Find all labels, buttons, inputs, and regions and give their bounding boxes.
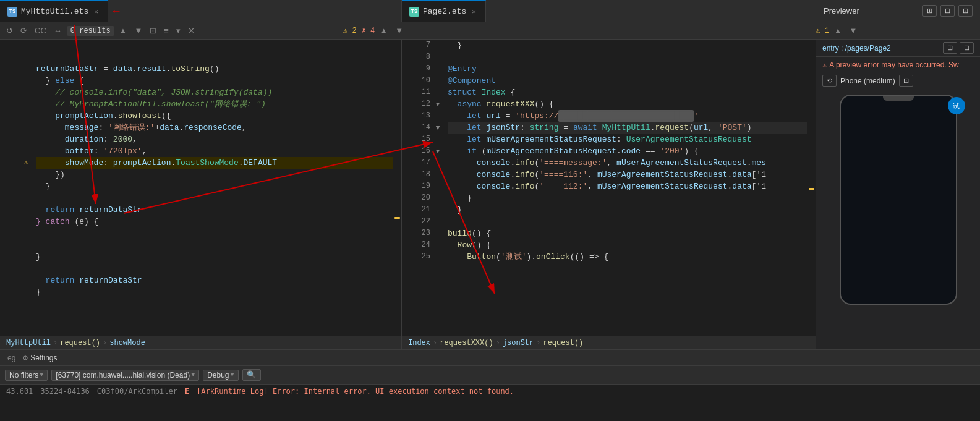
ts-icon: TS [7, 7, 17, 17]
code-content-left: returnDataStr = data.result.toString() }… [31, 40, 393, 336]
fg[interactable]: ▼ [433, 122, 443, 134]
line-num [0, 122, 31, 134]
code-line: console.info('====116:', mUserAgreementS… [448, 169, 807, 181]
code-line [448, 216, 807, 228]
filter-btn[interactable]: ▾ [174, 25, 183, 36]
prev-result[interactable]: ▲ [117, 25, 130, 36]
redo-btn[interactable]: ⟳ [18, 25, 30, 36]
debug-log-area: 43.601 35224-84136 C03f00/ArkCompiler E … [0, 385, 980, 421]
next-result[interactable]: ▼ [132, 25, 145, 36]
tab-page2[interactable]: TS Page2.ets ✕ [402, 0, 486, 22]
breadcrumb-sep: › [53, 339, 58, 347]
line-num [0, 274, 31, 286]
preview-error-msg: ⚠ A preview error may have occurred. Sw [816, 57, 980, 74]
undo-btn[interactable]: ↺ [4, 25, 15, 36]
entry-controls: ⊞ ⊟ [943, 42, 974, 54]
debug-console: No filters ▼ [63770] com.huawei.....hiai… [0, 365, 980, 421]
preview-btn-2[interactable]: ⊟ [940, 5, 955, 17]
right-prev[interactable]: ▲ [832, 25, 845, 36]
debug-log-entry: 43.601 35224-84136 C03f00/ArkCompiler E … [0, 385, 980, 398]
line-num [0, 216, 31, 228]
close-search[interactable]: ✕ [185, 25, 197, 36]
ln: 13 [402, 110, 430, 122]
line-num-warning: ⚠ [0, 157, 31, 169]
line-num [0, 75, 31, 87]
code-line: @Component [448, 75, 807, 87]
code-line [36, 239, 393, 251]
code-line: promptAction.showToast({ [36, 110, 393, 122]
code-line-warning: showMode: promptAction.ToastShowMode.DEF… [36, 157, 393, 169]
ln: 10 [402, 75, 430, 87]
settings-area[interactable]: ⚙ Settings [23, 353, 57, 363]
ln: 8 [402, 51, 430, 63]
log-pid: 35224-84136 [40, 386, 89, 397]
filter-dropdown[interactable]: No filters ▼ [5, 370, 48, 381]
phone-rotate[interactable]: ⟲ [822, 75, 837, 87]
line-num [0, 40, 31, 51]
tab-myhttp[interactable]: TS MyHttpUtil.ets ✕ [0, 0, 108, 22]
fg [433, 87, 443, 98]
preview-btn-1[interactable]: ⊞ [922, 5, 937, 17]
tabs-bar: TS MyHttpUtil.ets ✕ ← TS Page2.ets ✕ Pre… [0, 0, 980, 22]
tab-close-2[interactable]: ✕ [470, 6, 478, 17]
code-line: } [448, 204, 807, 216]
line-num [0, 98, 31, 110]
breadcrumb-item: jsonStr [503, 339, 534, 347]
error-count: ✗ 4 [362, 26, 375, 35]
scrollbar-left[interactable] [393, 40, 401, 336]
preview-dot[interactable]: 试 [948, 97, 965, 114]
phone-expand[interactable]: ⊡ [899, 75, 913, 87]
entry-btn-2[interactable]: ⊟ [960, 42, 974, 54]
entry-label: entry : /pages/Page2 [822, 44, 891, 53]
code-line: // console.info("data", JSON.stringify(d… [36, 87, 393, 98]
match-btn[interactable]: ⊡ [147, 25, 159, 36]
breadcrumb-right: Index › requestXXX() › jsonStr › request… [402, 336, 816, 349]
gear-icon: ⚙ [23, 353, 28, 363]
level-chevron: ▼ [231, 372, 234, 378]
warning-count: ⚠ 2 [343, 26, 357, 35]
code-line: if (mUserAgreementStatusRequest.code == … [448, 145, 807, 157]
code-content-right: } @Entry @Component struct Index { async… [443, 40, 807, 336]
ln: 17 [402, 157, 430, 169]
code-line: }) [36, 169, 393, 181]
collapse-btn[interactable]: ▲ [377, 25, 390, 36]
preview-btn-3[interactable]: ⊡ [958, 5, 973, 17]
format-btn[interactable]: ≡ [161, 25, 171, 36]
ln: 12 [402, 98, 430, 110]
entry-btn-1[interactable]: ⊞ [943, 42, 957, 54]
tab-label: MyHttpUtil.ets [21, 7, 88, 16]
code-line [36, 51, 393, 63]
code-line [36, 192, 393, 204]
bottom-status-bar: eg ⚙ Settings [0, 349, 980, 365]
toolbar-btn-cc[interactable]: CC [32, 25, 49, 36]
debug-search[interactable]: 🔍 [242, 369, 261, 381]
fg[interactable]: ▼ [433, 145, 443, 157]
process-dropdown[interactable]: [63770] com.huawei.....hiai.vision (Dead… [51, 370, 199, 381]
breadcrumb-item: request() [60, 339, 100, 347]
breadcrumb-item: requestXXX() [440, 339, 493, 347]
expand-btn[interactable]: ▼ [393, 25, 406, 36]
right-next[interactable]: ▼ [847, 25, 860, 36]
tab-close[interactable]: ✕ [92, 6, 100, 17]
fg [433, 51, 443, 63]
arrow-indicator: ← [108, 2, 125, 20]
fold-gutter: ▼ ▼ ▼ [433, 40, 443, 336]
level-dropdown[interactable]: Debug ▼ [203, 370, 238, 381]
code-line [36, 263, 393, 274]
toolbar-btn-ab[interactable]: ↔ [51, 25, 64, 36]
ln: 11 [402, 87, 430, 98]
code-line: return returnDataStr [36, 274, 393, 286]
breadcrumb-item: Index [408, 339, 430, 347]
filter-label: No filters [9, 371, 38, 380]
breadcrumb-item: request() [543, 339, 583, 347]
code-line: return returnDataStr [36, 204, 393, 216]
ln: 21 [402, 204, 430, 216]
search-icon: 🔍 [247, 370, 256, 380]
log-msg: [ArkRuntime Log] Error: Internal error. … [197, 386, 514, 397]
code-line-catch: } catch (e) { [36, 216, 393, 228]
tab-label-2: Page2.ets [423, 7, 466, 16]
scrollbar-right[interactable] [807, 40, 816, 336]
ts-icon-2: TS [409, 7, 419, 17]
fg[interactable]: ▼ [433, 98, 443, 110]
phone-label: Phone (medium) [840, 77, 895, 85]
